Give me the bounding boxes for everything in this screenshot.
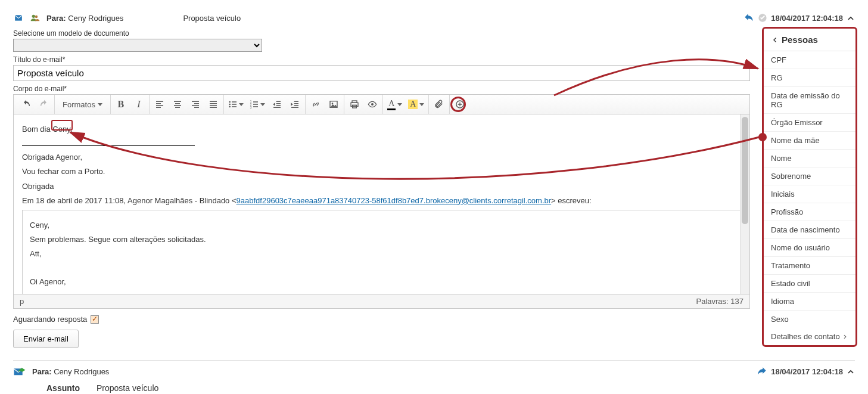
awaiting-checkbox[interactable] [91, 315, 99, 324]
thread-subject-value: Proposta veículo [97, 383, 158, 393]
thread-to: Para: Ceny Rodrigues [32, 367, 109, 376]
link-icon[interactable] [307, 97, 325, 112]
editor-toolbar: Formatos B I 123 A A [13, 94, 750, 114]
align-right-icon[interactable] [186, 97, 204, 112]
panel-item[interactable]: Sobrenome [764, 167, 855, 185]
panel-item[interactable]: Tratamento [764, 257, 855, 275]
quote-line: Ceny, [30, 220, 733, 231]
panel-item[interactable]: Nome [764, 150, 855, 167]
print-icon[interactable] [346, 97, 363, 112]
outdent-icon[interactable] [268, 97, 286, 112]
title-label: Título do e-mail* [13, 55, 855, 64]
chevron-up-icon[interactable] [847, 14, 855, 22]
thread-timestamp: 18/04/2017 12:04:18 [771, 367, 843, 376]
panel-item-detalhes[interactable]: Detalhes de contato [764, 328, 855, 345]
email-title-input[interactable] [13, 65, 750, 81]
svg-point-5 [229, 106, 231, 108]
quote-box: Ceny, Sem problemas. Segue com alteraçõe… [22, 210, 741, 294]
panel-item[interactable]: RG [764, 69, 855, 87]
template-select[interactable] [13, 39, 262, 52]
align-justify-icon[interactable] [204, 97, 222, 112]
highlight-color-icon[interactable]: A [406, 97, 427, 112]
indent-icon[interactable] [286, 97, 304, 112]
body-line: Obrigada Agenor, [22, 152, 741, 163]
envelope-icon [13, 14, 24, 22]
panel-item[interactable]: Estado civil [764, 275, 855, 293]
italic-icon[interactable]: I [130, 97, 148, 112]
quote-line: Sem problemas. Segue com alterações soli… [30, 234, 733, 245]
panel-item[interactable]: Nome do usuário [764, 239, 855, 257]
svg-point-14 [371, 103, 374, 106]
thread-subject-label: Assunto [46, 383, 80, 393]
body-label: Corpo do e-mail* [13, 85, 855, 93]
svg-point-1 [35, 15, 38, 18]
svg-rect-12 [351, 103, 358, 106]
email-header: Para: Ceny Rodrigues Proposta veículo 18… [13, 10, 855, 26]
element-path: p [20, 297, 696, 306]
forward-icon[interactable] [757, 367, 767, 376]
send-button[interactable]: Enviar e-mail [13, 330, 79, 348]
quoted-email-link[interactable]: 9aabfdf29603c7eaeeaa971a83740723-58f61df… [237, 196, 552, 205]
redo-icon[interactable] [35, 97, 53, 112]
text-color-icon[interactable]: A [384, 97, 406, 112]
bullet-list-icon[interactable] [225, 97, 247, 112]
check-circle-icon [758, 13, 767, 23]
svg-point-4 [229, 104, 231, 106]
svg-text:3: 3 [250, 106, 252, 109]
panel-item[interactable]: Iniciais [764, 185, 855, 203]
awaiting-label: Aguardando resposta [13, 315, 87, 324]
panel-item[interactable]: CPF [764, 51, 855, 69]
svg-point-10 [332, 103, 334, 104]
insert-variable-icon[interactable] [451, 97, 469, 112]
editor-status-bar: p Palavras: 137 [13, 294, 750, 309]
panel-item[interactable]: Sexo [764, 311, 855, 328]
header-timestamp: 18/04/2017 12:04:18 [771, 14, 843, 23]
preview-icon[interactable] [363, 97, 381, 112]
quote-intro: Em 18 de abril de 2017 11:08, Agenor Mag… [22, 196, 741, 206]
quote-line: Oi Agenor, [30, 277, 733, 287]
panel-item[interactable]: Idioma [764, 293, 855, 311]
people-icon [30, 13, 41, 23]
greeting-line: Bom dia Ceny, [22, 124, 741, 135]
header-subject: Proposta veículo [183, 14, 241, 23]
panel-back-header[interactable]: Pessoas [764, 29, 855, 51]
reply-icon[interactable] [743, 13, 754, 23]
attachment-icon[interactable] [430, 97, 448, 112]
editor-body[interactable]: Bom dia Ceny, Obrigada Agenor, Vou fecha… [13, 114, 750, 294]
panel-item[interactable]: Data de nascimento [764, 221, 855, 239]
variables-panel: Pessoas CPFRGData de emissão do RGÓrgão … [762, 27, 857, 347]
body-line: Obrigada [22, 181, 741, 192]
scrollbar[interactable] [740, 114, 749, 294]
panel-item[interactable]: Profissão [764, 203, 855, 221]
undo-icon[interactable] [17, 97, 35, 112]
thread-header: Para: Ceny Rodrigues 18/04/2017 12:04:18 [13, 360, 855, 376]
panel-item[interactable]: Órgão Emissor [764, 114, 855, 132]
svg-point-0 [32, 15, 35, 18]
panel-item[interactable]: Data de emissão do RG [764, 87, 855, 114]
align-left-icon[interactable] [151, 97, 169, 112]
annotation-box-ceny [51, 120, 73, 131]
annotation-dot [758, 133, 767, 141]
separator [22, 145, 195, 146]
bold-icon[interactable]: B [112, 97, 130, 112]
envelope-forward-icon [13, 367, 26, 376]
thread-subject-row: Assunto Proposta veículo [13, 383, 855, 393]
body-line: Vou fechar com a Porto. [22, 166, 741, 177]
to-label: Para: Ceny Rodrigues [46, 14, 123, 23]
image-icon[interactable] [325, 97, 343, 112]
word-count: Palavras: 137 [696, 297, 744, 306]
align-center-icon[interactable] [169, 97, 186, 112]
quote-line: Att, [30, 249, 733, 259]
number-list-icon[interactable]: 123 [247, 97, 268, 112]
template-label: Selecione um modelo de documento [13, 29, 855, 38]
chevron-up-icon[interactable] [847, 367, 855, 376]
panel-item[interactable]: Nome da mãe [764, 132, 855, 150]
formats-button[interactable]: Formatos [56, 97, 109, 112]
svg-point-3 [229, 101, 231, 103]
